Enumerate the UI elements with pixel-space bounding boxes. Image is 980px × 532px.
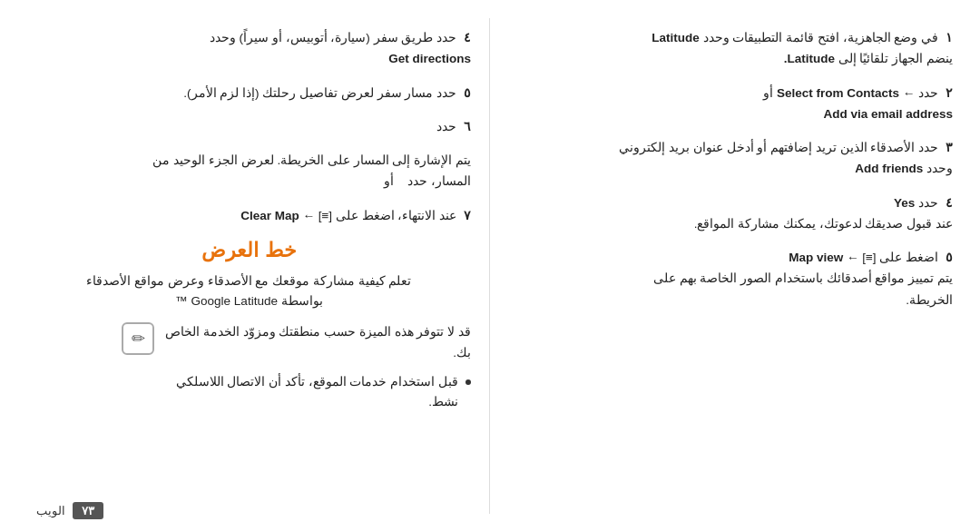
step-text-3-left: حدد الأصدقاء الذين تريد إضافتهم أو أدخل … — [619, 141, 953, 175]
section-title: خط العرض — [27, 239, 471, 262]
step-number-7: ٧ — [464, 208, 471, 222]
footer: ٧٣ الويب — [36, 502, 103, 519]
bullet-text-1: قد لا تتوفر هذه الميزة حسب منطقتك ومزوّد… — [165, 322, 471, 363]
bullet-dot-2 — [466, 379, 471, 385]
pencil-icon: ✏ — [132, 326, 145, 353]
step-text-6b: يتم الإشارة إلى المسار على الخريطة. لعرض… — [152, 153, 471, 188]
step-number-4-left: ٤ — [946, 195, 953, 210]
step-number-4: ٤ — [464, 30, 471, 44]
right-column: ٤ حدد طريق سفر (سيارة، أتوبيس، أو سيراً)… — [27, 18, 490, 514]
bullet-list: قد لا تتوفر هذه الميزة حسب منطقتك ومزوّد… — [27, 322, 471, 412]
step-number-2-left: ٢ — [946, 85, 953, 100]
step-bold-1a: Latitude — [652, 31, 700, 44]
step-number-5-left: ٥ — [946, 250, 953, 264]
step-number-5: ٥ — [464, 85, 471, 100]
footer-page-number: ٧٣ — [73, 502, 103, 519]
step-5-right: ٥ حدد مسار سفر لعرض تفاصيل رحلتك (إذا لز… — [27, 83, 471, 103]
step-bold-7: Clear Map — [240, 209, 299, 222]
bullet-item-1: قد لا تتوفر هذه الميزة حسب منطقتك ومزوّد… — [27, 322, 471, 363]
step-bold-3: Add friends — [855, 162, 923, 175]
step-bold-1b: Latitude. — [784, 52, 835, 65]
bullet-item-2: قبل استخدام خدمات الموقع، تأكد أن الاتصا… — [27, 372, 471, 413]
step-text-5: حدد مسار سفر لعرض تفاصيل رحلتك (إذا لزم … — [183, 86, 456, 100]
step-bold-4-left: Yes — [894, 196, 915, 210]
step-number-1-left: ١ — [946, 30, 953, 44]
step-3-left: ٣ حدد الأصدقاء الذين تريد إضافتهم أو أدخ… — [517, 137, 953, 180]
step-2-left: ٢ حدد ← Select from Contacts أو Add via … — [517, 83, 953, 125]
step-4-right: ٤ حدد طريق سفر (سيارة، أتوبيس، أو سيراً)… — [27, 27, 471, 70]
bullet-text-2: قبل استخدام خدمات الموقع، تأكد أن الاتصا… — [176, 372, 458, 413]
page-container: ٤ حدد طريق سفر (سيارة، أتوبيس، أو سيراً)… — [0, 0, 980, 532]
step-bold-2b: Add via email address — [823, 107, 953, 121]
left-column: ١ في وضع الجاهزية، افتح قائمة التطبيقات … — [490, 18, 953, 514]
step-7-right: ٧ عند الانتهاء، اضغط على [≡] ← Clear Map — [27, 205, 471, 226]
step-number-3-left: ٣ — [946, 140, 953, 154]
step-4-left: ٤ حدد Yes عند قبول صديقك لدعوتك، يمكنك م… — [517, 192, 953, 235]
step-bold-4: Get directions — [388, 52, 471, 65]
step-text-5-left: اضغط على [≡] ← Map view يتم تمييز مواقع … — [653, 251, 953, 307]
step-1-left: ١ في وضع الجاهزية، افتح قائمة التطبيقات … — [517, 27, 953, 70]
footer-label: الويب — [36, 504, 65, 517]
step-text-4-left: حدد Yes عند قبول صديقك لدعوتك، يمكنك مشا… — [694, 196, 953, 231]
step-6b-right: يتم الإشارة إلى المسار على الخريطة. لعرض… — [27, 150, 471, 192]
step-number-6: ٦ — [464, 119, 471, 133]
step-text-4: حدد طريق سفر (سيارة، أتوبيس، أو سيراً) و… — [210, 31, 471, 65]
step-5-left: ٥ اضغط على [≡] ← Map view يتم تمييز مواق… — [517, 247, 953, 310]
step-bold-5-left: Map view — [789, 251, 843, 264]
step-text-1-left: في وضع الجاهزية، افتح قائمة التطبيقات وح… — [652, 31, 953, 65]
step-text-2-left: حدد ← Select from Contacts أو Add via em… — [763, 86, 953, 121]
step-6-right: ٦ حدد — [27, 116, 471, 137]
section-subtitle: تعلم كيفية مشاركة موقعك مع الأصدقاء وعرض… — [27, 271, 471, 312]
step-text-6: حدد — [436, 120, 456, 133]
step-text-7: عند الانتهاء، اضغط على [≡] ← Clear Map — [240, 209, 456, 222]
note-icon-box: ✏ — [122, 322, 154, 355]
step-bold-2a: Select from Contacts — [777, 86, 899, 100]
